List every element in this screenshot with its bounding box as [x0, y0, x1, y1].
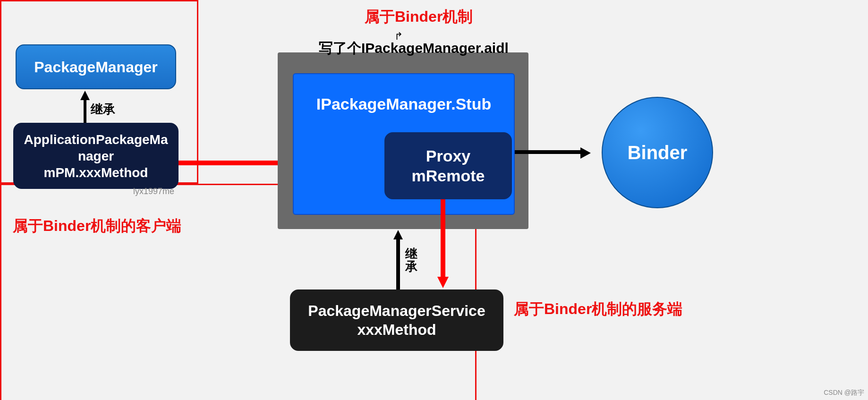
proxy-node: Proxy mRemote: [384, 132, 512, 199]
diagram-stage: 属于Binder机制 属于Binder机制的客户端 属于Binder机制的服务端…: [0, 0, 868, 400]
binder-node: Binder: [602, 97, 713, 208]
red-arrow-proxy-to-pms: [441, 199, 445, 279]
app-pm-line1: ApplicationPackageMa: [24, 131, 168, 148]
package-manager-service-node: PackageManagerService xxxMethod: [290, 289, 503, 351]
server-caption: 属于Binder机制的服务端: [514, 299, 682, 320]
client-caption: 属于Binder机制的客户端: [13, 216, 181, 237]
package-manager-node: PackageManager: [16, 44, 176, 89]
cursor-icon: ↱: [394, 30, 403, 43]
package-manager-label: PackageManager: [34, 58, 157, 77]
inherit-bottom-char2: 承: [405, 260, 417, 273]
stub-title: IPackageManager.Stub: [316, 94, 491, 114]
inherit-bottom-char1: 继: [405, 247, 417, 260]
inherit-arrow-left: [84, 99, 86, 123]
app-pm-line2: nager: [78, 148, 114, 164]
inherit-left-label: 继承: [91, 101, 115, 118]
inherit-arrow-bottom-head: [393, 230, 403, 239]
top-annotation: 属于Binder机制: [365, 7, 473, 27]
footer-credit: CSDN @路宇: [824, 389, 864, 397]
proxy-line1: Proxy: [426, 146, 471, 166]
watermark: lyx1997me: [133, 187, 174, 196]
inherit-arrow-bottom: [396, 238, 400, 289]
app-pm-line3: mPM.xxxMethod: [44, 164, 148, 181]
pms-line2: xxxMethod: [357, 320, 436, 339]
red-arrow-proxy-to-pms-head: [437, 277, 449, 288]
arrow-stub-to-binder-head: [580, 147, 591, 159]
arrow-stub-to-binder: [515, 150, 583, 154]
binder-label: Binder: [628, 141, 688, 164]
pms-line1: PackageManagerService: [308, 301, 485, 320]
aidl-title: 写了个IPackageManager.aidl: [319, 39, 509, 58]
inherit-bottom-label: 继 承: [405, 247, 417, 273]
inherit-arrow-left-head: [80, 91, 90, 100]
proxy-line2: mRemote: [412, 166, 485, 186]
application-package-manager-node: ApplicationPackageMa nager mPM.xxxMethod: [13, 123, 179, 189]
